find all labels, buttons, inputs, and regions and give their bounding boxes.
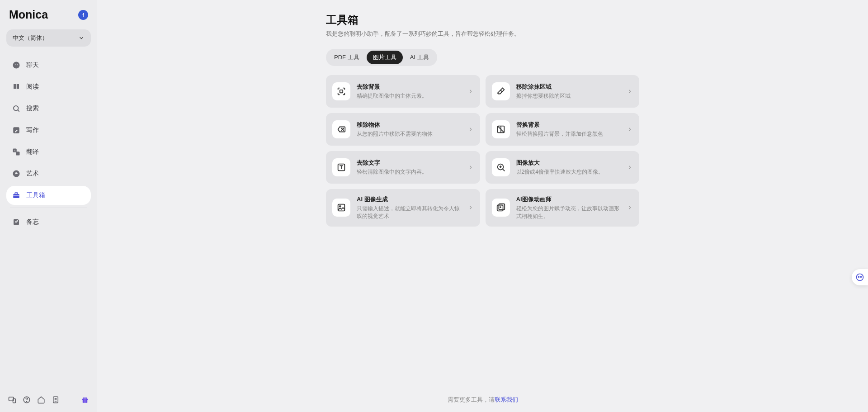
tool-title: AI图像动画师 xyxy=(516,195,621,204)
svg-rect-24 xyxy=(340,90,343,93)
tool-text: AI图像动画师 轻松为您的图片赋予动态，让故事以动画形式栩栩如生。 xyxy=(516,195,621,220)
sidebar-bottom xyxy=(6,394,91,404)
sidebar-item-art[interactable]: 艺术 xyxy=(6,164,91,183)
contact-link[interactable]: 联系我们 xyxy=(495,396,518,403)
tool-text: 替换背景 轻松替换照片背景，并添加任意颜色 xyxy=(516,121,621,138)
text-icon xyxy=(332,158,350,176)
tool-title: 去除文字 xyxy=(357,159,461,167)
tool-desc: 精确提取图像中的主体元素。 xyxy=(357,92,461,100)
floating-helper[interactable] xyxy=(852,269,868,285)
language-label: 中文（简体） xyxy=(13,34,48,42)
eraser-icon xyxy=(492,82,510,100)
svg-point-39 xyxy=(857,274,863,281)
tool-upscale-image[interactable]: 图像放大 以2倍或4倍倍率快速放大您的图像。 xyxy=(486,151,640,184)
chevron-right-icon xyxy=(627,164,633,170)
svg-line-25 xyxy=(500,90,502,92)
main: 工具箱 我是您的聪明小助手，配备了一系列巧妙的工具，旨在帮您轻松处理任务。 PD… xyxy=(97,0,868,412)
nav-list: 聊天 阅读 搜索 写作 A 翻译 xyxy=(6,56,91,394)
chevron-right-icon xyxy=(467,126,474,133)
tool-desc: 轻松替换照片背景，并添加任意颜色 xyxy=(516,130,621,138)
toolbox-icon xyxy=(12,191,21,200)
photo-icon xyxy=(332,199,350,217)
sidebar-item-memo[interactable]: 备忘 xyxy=(6,213,91,232)
footer-text: 需要更多工具，请 xyxy=(448,396,495,403)
svg-text:A: A xyxy=(14,149,16,152)
app-logo: Monica xyxy=(9,8,48,21)
tool-text: 去除背景 精确提取图像中的主体元素。 xyxy=(357,83,461,100)
tool-remove-text[interactable]: 去除文字 轻松清除图像中的文字内容。 xyxy=(326,151,480,184)
sidebar-item-search[interactable]: 搜索 xyxy=(6,99,91,118)
home-icon[interactable] xyxy=(37,396,45,404)
svg-line-4 xyxy=(18,110,19,111)
page-subtitle: 我是您的聪明小助手，配备了一系列巧妙的工具，旨在帮您轻松处理任务。 xyxy=(326,30,639,38)
tool-ai-image-animate[interactable]: AI图像动画师 轻松为您的图片赋予动态，让故事以动画形式栩栩如生。 xyxy=(486,189,640,227)
sidebar-item-chat[interactable]: 聊天 xyxy=(6,56,91,75)
sidebar-item-label: 聊天 xyxy=(26,61,39,69)
sidebar-item-label: 翻译 xyxy=(26,148,39,156)
chevron-right-icon xyxy=(467,204,474,211)
tool-title: 替换背景 xyxy=(516,121,621,129)
svg-point-35 xyxy=(340,206,341,207)
tool-desc: 擦掉你想要移除的区域 xyxy=(516,92,621,100)
tool-title: 图像放大 xyxy=(516,159,621,167)
animate-icon xyxy=(492,199,510,217)
svg-point-2 xyxy=(17,64,18,65)
tool-text: 图像放大 以2倍或4倍倍率快速放大您的图像。 xyxy=(516,159,621,176)
sidebar-item-toolbox[interactable]: 工具箱 xyxy=(6,186,91,205)
list-icon[interactable] xyxy=(52,396,60,404)
page-title: 工具箱 xyxy=(326,13,639,27)
tab-image[interactable]: 图片工具 xyxy=(367,51,403,64)
account-badge[interactable]: f xyxy=(78,10,88,20)
tab-ai[interactable]: AI 工具 xyxy=(404,51,435,64)
zoom-icon xyxy=(492,158,510,176)
tool-remove-background[interactable]: 去除背景 精确提取图像中的主体元素。 xyxy=(326,75,480,108)
tool-title: 去除背景 xyxy=(357,83,461,91)
replace-bg-icon xyxy=(492,120,510,138)
svg-rect-10 xyxy=(13,194,19,198)
sidebar-item-write[interactable]: 写作 xyxy=(6,121,91,140)
gift-icon[interactable] xyxy=(81,396,89,404)
chevron-right-icon xyxy=(627,88,633,95)
tool-ai-image-generate[interactable]: AI 图像生成 只需输入描述，就能立即将其转化为令人惊叹的视觉艺术 xyxy=(326,189,480,227)
write-icon xyxy=(12,126,21,135)
tool-desc: 只需输入描述，就能立即将其转化为令人惊叹的视觉艺术 xyxy=(357,205,461,220)
memo-icon xyxy=(12,218,21,227)
tool-grid: 去除背景 精确提取图像中的主体元素。 移除涂抹区域 擦掉你想要移除的区域 xyxy=(326,75,639,227)
svg-rect-34 xyxy=(338,204,345,211)
tool-desc: 轻松为您的图片赋予动态，让故事以动画形式栩栩如生。 xyxy=(516,205,621,220)
sidebar-item-label: 搜索 xyxy=(26,104,39,113)
svg-point-1 xyxy=(15,64,16,65)
sidebar-item-label: 备忘 xyxy=(26,218,39,226)
language-selector[interactable]: 中文（简体） xyxy=(6,29,91,47)
nav-divider xyxy=(10,208,87,208)
tool-desc: 以2倍或4倍倍率快速放大您的图像。 xyxy=(516,168,621,176)
tool-erase-area[interactable]: 移除涂抹区域 擦掉你想要移除的区域 xyxy=(486,75,640,108)
scan-icon xyxy=(332,82,350,100)
tool-title: 移除涂抹区域 xyxy=(516,83,621,91)
chevron-down-icon xyxy=(78,35,85,41)
tab-pdf[interactable]: PDF 工具 xyxy=(328,51,366,64)
tool-title: AI 图像生成 xyxy=(357,195,461,204)
svg-point-0 xyxy=(13,62,20,69)
sidebar-header: Monica f xyxy=(6,8,91,21)
translate-icon: A xyxy=(12,147,21,156)
tool-text: AI 图像生成 只需输入描述，就能立即将其转化为令人惊叹的视觉艺术 xyxy=(357,195,461,220)
tool-desc: 轻松清除图像中的文字内容。 xyxy=(357,168,461,176)
tool-desc: 从您的照片中移除不需要的物体 xyxy=(357,130,461,138)
sidebar-item-translate[interactable]: A 翻译 xyxy=(6,142,91,161)
tool-replace-background[interactable]: 替换背景 轻松替换照片背景，并添加任意颜色 xyxy=(486,113,640,146)
monica-face-icon xyxy=(855,273,864,282)
chevron-right-icon xyxy=(467,164,474,170)
tool-title: 移除物体 xyxy=(357,121,461,129)
sidebar-item-read[interactable]: 阅读 xyxy=(6,77,91,96)
svg-rect-11 xyxy=(15,193,18,194)
tool-remove-object[interactable]: 移除物体 从您的照片中移除不需要的物体 xyxy=(326,113,480,146)
tool-text: 去除文字 轻松清除图像中的文字内容。 xyxy=(357,159,461,176)
sidebar-item-label: 工具箱 xyxy=(26,191,45,199)
art-icon xyxy=(12,169,21,178)
sidebar-item-label: 艺术 xyxy=(26,170,39,178)
devices-icon[interactable] xyxy=(8,396,16,404)
help-icon[interactable] xyxy=(23,396,31,404)
search-icon xyxy=(12,104,21,113)
chevron-right-icon xyxy=(627,126,633,133)
